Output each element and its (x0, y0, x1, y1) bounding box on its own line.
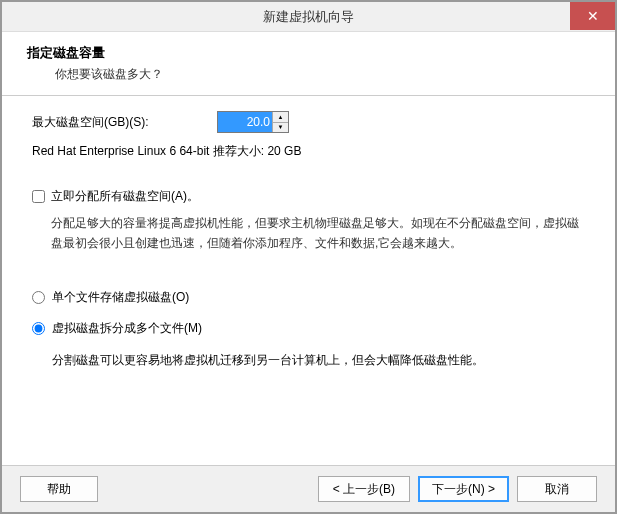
window-title: 新建虚拟机向导 (2, 8, 615, 26)
content-area: 最大磁盘空间(GB)(S): ▲ ▼ Red Hat Enterprise Li… (2, 96, 615, 400)
recommend-size-text: Red Hat Enterprise Linux 6 64-bit 推荐大小: … (32, 143, 585, 160)
disk-size-label: 最大磁盘空间(GB)(S): (32, 114, 217, 131)
allocate-now-checkbox[interactable] (32, 190, 45, 203)
help-button[interactable]: 帮助 (20, 476, 98, 502)
back-button[interactable]: < 上一步(B) (318, 476, 410, 502)
cancel-button[interactable]: 取消 (517, 476, 597, 502)
spinner-down-button[interactable]: ▼ (273, 123, 288, 133)
split-file-radio[interactable] (32, 322, 45, 335)
single-file-label: 单个文件存储虚拟磁盘(O) (52, 289, 189, 306)
page-title: 指定磁盘容量 (27, 44, 590, 62)
allocate-now-checkbox-row[interactable]: 立即分配所有磁盘空间(A)。 (32, 188, 585, 205)
disk-size-row: 最大磁盘空间(GB)(S): ▲ ▼ (32, 111, 585, 133)
next-button[interactable]: 下一步(N) > (418, 476, 509, 502)
spinner-up-button[interactable]: ▲ (273, 112, 288, 123)
split-file-label: 虚拟磁盘拆分成多个文件(M) (52, 320, 202, 337)
split-file-radio-row[interactable]: 虚拟磁盘拆分成多个文件(M) (32, 320, 585, 337)
allocate-now-label: 立即分配所有磁盘空间(A)。 (51, 188, 199, 205)
page-subtitle: 你想要该磁盘多大？ (27, 62, 590, 83)
close-icon: ✕ (587, 8, 599, 24)
allocate-description: 分配足够大的容量将提高虚拟机性能，但要求主机物理磁盘足够大。如现在不分配磁盘空间… (32, 213, 585, 254)
wizard-footer: 帮助 < 上一步(B) 下一步(N) > 取消 (2, 465, 615, 512)
split-description: 分割磁盘可以更容易地将虚拟机迁移到另一台计算机上，但会大幅降低磁盘性能。 (32, 351, 585, 370)
single-file-radio[interactable] (32, 291, 45, 304)
wizard-header: 指定磁盘容量 你想要该磁盘多大？ (2, 32, 615, 93)
single-file-radio-row[interactable]: 单个文件存储虚拟磁盘(O) (32, 289, 585, 306)
close-button[interactable]: ✕ (570, 2, 615, 30)
disk-size-spinner[interactable]: ▲ ▼ (217, 111, 289, 133)
disk-size-input[interactable] (218, 112, 272, 132)
titlebar: 新建虚拟机向导 ✕ (2, 2, 615, 32)
spinner-controls: ▲ ▼ (272, 112, 288, 132)
